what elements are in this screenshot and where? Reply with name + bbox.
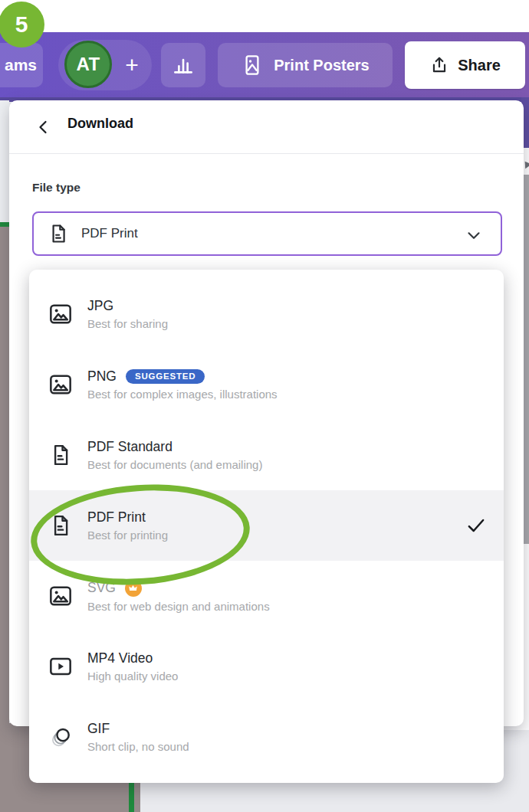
option-subtitle: Best for web design and animations — [87, 600, 270, 613]
option-title: JPG — [87, 298, 113, 314]
video-icon — [48, 653, 74, 679]
step-number: 5 — [15, 11, 28, 38]
top-toolbar: ams AT + Print Posters — [0, 32, 529, 97]
image-icon — [48, 301, 74, 327]
image-icon — [48, 372, 74, 398]
file-type-option[interactable]: PNG SUGGESTED Best for complex images, i… — [29, 349, 504, 420]
chevron-left-icon — [34, 118, 53, 136]
option-title: PDF Standard — [87, 439, 172, 455]
scrollbar[interactable] — [524, 175, 529, 544]
share-upload-icon — [429, 55, 449, 75]
option-subtitle: Best for documents (and emailing) — [87, 458, 262, 471]
option-title: PNG — [87, 368, 117, 385]
panel-title: Download — [67, 116, 133, 132]
option-title: GIF — [87, 721, 110, 737]
share-button[interactable]: Share — [405, 41, 525, 89]
teams-button-label: ams — [5, 56, 37, 74]
image-icon — [48, 583, 74, 609]
poster-image-icon — [241, 53, 264, 77]
file-type-option[interactable]: JPG Best for sharing — [29, 279, 504, 349]
file-type-option[interactable]: GIF Short clip, no sound — [29, 702, 504, 772]
download-panel-header: Download — [9, 100, 524, 154]
print-posters-label: Print Posters — [274, 57, 369, 74]
gif-icon — [48, 724, 74, 750]
canva-download-screen: ams AT + Print Posters — [0, 0, 529, 812]
print-posters-button[interactable]: Print Posters — [218, 43, 393, 87]
option-subtitle: Short clip, no sound — [87, 740, 189, 753]
step-number-badge: 5 — [0, 2, 44, 47]
back-button[interactable] — [32, 116, 55, 139]
file-type-select[interactable]: PDF Print — [32, 211, 502, 256]
option-subtitle: Best for sharing — [87, 317, 168, 330]
file-type-label: File type — [32, 181, 80, 195]
canvas-left-sliver — [0, 100, 9, 223]
file-type-option[interactable]: MP4 Video High quality video — [29, 631, 504, 702]
avatar[interactable]: AT — [64, 41, 112, 88]
share-label: Share — [458, 57, 501, 74]
option-title: MP4 Video — [87, 650, 153, 666]
file-type-option[interactable]: PDF Standard Best for documents (and ema… — [29, 420, 504, 490]
suggested-badge: SUGGESTED — [126, 369, 205, 385]
page-top-background — [0, 0, 529, 32]
avatar-initials: AT — [76, 54, 100, 75]
plus-icon: + — [125, 52, 139, 78]
selected-check-icon — [465, 515, 487, 536]
file-type-selected-value: PDF Print — [81, 226, 138, 241]
option-subtitle: Best for complex images, illustrations — [87, 388, 278, 401]
chevron-down-icon — [464, 225, 484, 245]
bar-chart-icon — [172, 54, 195, 77]
document-icon — [48, 223, 69, 244]
insights-button[interactable] — [161, 43, 205, 87]
document-icon — [48, 442, 74, 468]
teams-button[interactable]: ams — [0, 43, 43, 87]
add-member-button[interactable]: + — [115, 43, 149, 87]
option-subtitle: High quality video — [87, 670, 178, 683]
